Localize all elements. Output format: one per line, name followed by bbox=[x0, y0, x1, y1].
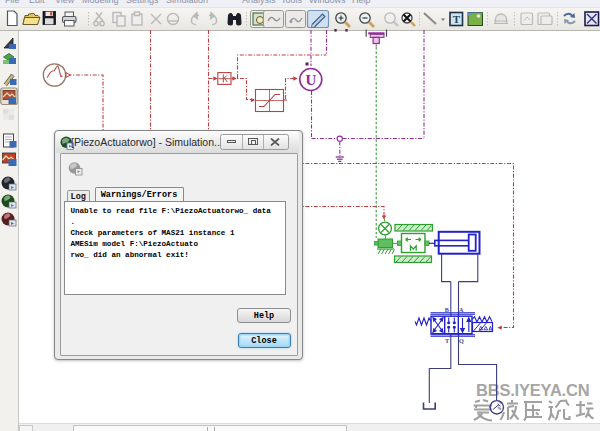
svg-text:T: T bbox=[445, 337, 450, 344]
svg-text:U: U bbox=[305, 72, 316, 88]
svg-text:B: B bbox=[445, 306, 449, 313]
svg-text:A: A bbox=[459, 306, 464, 313]
svg-text:Q: Q bbox=[459, 337, 464, 344]
